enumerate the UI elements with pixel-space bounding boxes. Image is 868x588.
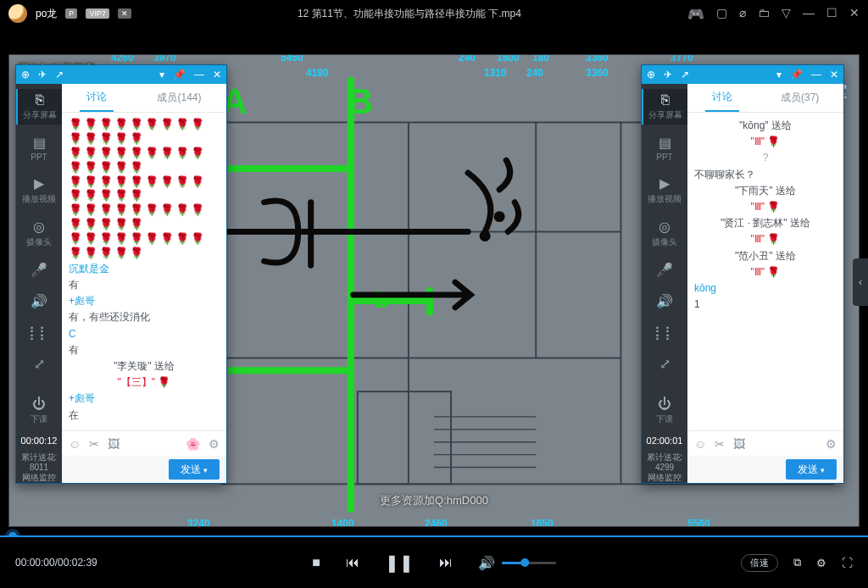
user-avatar[interactable]: [8, 4, 27, 23]
playback-speed-button[interactable]: 倍速: [741, 554, 778, 572]
prev-button[interactable]: ⏮: [346, 555, 359, 570]
image-icon[interactable]: 🖼: [733, 437, 745, 451]
msg-text: 有: [69, 342, 220, 358]
svg-text:B: B: [348, 82, 373, 122]
plane-icon[interactable]: ✈: [38, 69, 47, 80]
play-icon: ▶: [16, 175, 62, 191]
rail-ppt[interactable]: ▤PPT: [16, 131, 62, 165]
rail-ppt[interactable]: ▤PPT: [642, 131, 687, 165]
rail-expand[interactable]: ⤢: [16, 352, 62, 377]
panel-close-icon[interactable]: ✕: [213, 69, 221, 80]
gear-icon[interactable]: ⚙: [209, 437, 220, 451]
pin-icon[interactable]: ⊕: [21, 69, 30, 80]
msg-text: 有: [69, 277, 220, 293]
panel-min-icon[interactable]: —: [811, 69, 821, 80]
rail-equalizer[interactable]: ⡇⡇: [642, 321, 687, 346]
scissors-icon[interactable]: ✂: [715, 437, 725, 451]
image-icon[interactable]: 🖼: [108, 437, 120, 451]
msg-grey: ?: [694, 150, 837, 166]
svg-point-24: [497, 214, 502, 219]
emoji-icon[interactable]: ☺: [694, 437, 706, 451]
msg-text: 不聊聊家长？: [694, 167, 837, 183]
panel-min-icon[interactable]: —: [194, 69, 204, 80]
ppt-icon: ▤: [642, 135, 687, 151]
share-screen-icon: ⎘: [18, 92, 62, 108]
maximize-icon[interactable]: ☐: [826, 6, 837, 22]
stop-button[interactable]: ■: [312, 555, 320, 570]
equalizer-icon: ⡇⡇: [642, 325, 687, 341]
speaker-icon: 🔊: [642, 293, 687, 309]
pin-icon[interactable]: ⊕: [647, 69, 655, 80]
pin2-icon[interactable]: 📌: [790, 69, 803, 80]
fullscreen-icon[interactable]: ⛶: [842, 557, 853, 569]
send-button[interactable]: 发送: [169, 459, 220, 480]
settings-icon[interactable]: ⚙: [816, 557, 826, 569]
pin2-icon[interactable]: 📌: [173, 69, 186, 80]
plane-icon[interactable]: ✈: [664, 69, 672, 80]
microphone-icon: 🎤: [642, 262, 687, 278]
filter-icon[interactable]: ▽: [782, 6, 791, 22]
tab-members[interactable]: 成员(37): [774, 84, 826, 112]
rail-end-class[interactable]: ⏻下课: [642, 393, 687, 429]
rail-speaker[interactable]: 🔊: [16, 290, 62, 314]
chat-main: 讨论 成员(37) "kōng" 送给"Ⅲ" 🌹 ? 不聊聊家长？ "下雨天" …: [687, 84, 843, 483]
ppt-icon: ▤: [16, 135, 62, 151]
msg-user: +彪哥: [69, 293, 220, 309]
power-icon: ⏻: [642, 397, 687, 412]
tab-members[interactable]: 成员(144): [150, 84, 208, 112]
panel-close-icon[interactable]: ✕: [830, 69, 838, 80]
rail-timer: 02:00:01: [647, 435, 683, 446]
chat-header[interactable]: ⊕✈↗ ▾📌—✕: [16, 65, 226, 84]
rail-share-screen[interactable]: ⎘分享屏幕: [16, 89, 62, 125]
microphone-icon: 🎤: [16, 262, 62, 278]
volume-control[interactable]: 🔊: [478, 555, 556, 571]
rail-expand[interactable]: ⤢: [642, 352, 687, 377]
rail-share-screen[interactable]: ⎘分享屏幕: [642, 89, 687, 125]
share-icon[interactable]: ↗: [681, 69, 689, 80]
rail-play-video[interactable]: ▶播放视频: [16, 172, 62, 208]
badge-p: P: [65, 8, 77, 19]
svg-point-23: [482, 233, 487, 238]
rail-mic[interactable]: 🎤: [16, 258, 62, 283]
svg-text:b: b: [375, 286, 389, 313]
menu-caret-icon[interactable]: ▾: [776, 69, 782, 80]
volume-slider[interactable]: [502, 562, 556, 564]
folder-icon[interactable]: 🗀: [758, 6, 770, 22]
scissors-icon[interactable]: ✂: [89, 437, 99, 451]
rail-end-class[interactable]: ⏻下课: [16, 393, 62, 429]
window-icon[interactable]: ▢: [716, 6, 727, 22]
close-icon[interactable]: ✕: [849, 6, 860, 22]
rail-play-video[interactable]: ▶播放视频: [642, 172, 687, 208]
rail-speaker[interactable]: 🔊: [642, 290, 687, 314]
chat-header[interactable]: ⊕✈↗ ▾📌—✕: [642, 65, 843, 84]
play-pause-button[interactable]: ❚❚: [385, 552, 414, 573]
next-button[interactable]: ⏭: [439, 555, 453, 570]
volume-icon[interactable]: 🔊: [478, 555, 495, 571]
rail-mic[interactable]: 🎤: [642, 258, 687, 283]
chat-feed[interactable]: 🌹🌹🌹🌹🌹🌹🌹🌹🌹🌹🌹🌹🌹🌹🌹🌹🌹🌹🌹🌹🌹🌹🌹🌹🌹🌹🌹🌹 🌹🌹🌹🌹🌹🌹🌹🌹🌹🌹🌹…: [62, 113, 226, 430]
rail-equalizer[interactable]: ⡇⡇: [16, 321, 62, 346]
send-button[interactable]: 发送: [786, 459, 837, 480]
gear-icon[interactable]: ⚙: [826, 437, 837, 451]
share-icon[interactable]: ↗: [55, 69, 64, 80]
menu-caret-icon[interactable]: ▾: [159, 69, 164, 80]
chat-feed[interactable]: "kōng" 送给"Ⅲ" 🌹 ? 不聊聊家长？ "下雨天" 送给"Ⅲ" 🌹 "贤…: [687, 113, 843, 430]
minimize-icon[interactable]: —: [803, 6, 815, 22]
rail-camera[interactable]: ◎摄像头: [16, 215, 62, 252]
badge-close-small[interactable]: ✕: [118, 8, 131, 19]
app-titlebar: po龙 P VIP7 ✕ 12 第11节、功能串接功能与路径串接功能 下.mp4…: [0, 0, 868, 27]
msg-text: 1: [694, 297, 837, 313]
camera-icon: ◎: [642, 219, 687, 235]
flower-send-icon[interactable]: 🌸: [186, 437, 200, 451]
mute-icon[interactable]: ⌀: [739, 6, 746, 22]
msg-user: +彪哥: [69, 391, 220, 407]
msg-user: 沉默是金: [69, 261, 220, 277]
gamepad-icon[interactable]: 🎮: [687, 6, 704, 22]
tab-discuss[interactable]: 讨论: [705, 84, 739, 112]
tab-discuss[interactable]: 讨论: [80, 84, 114, 112]
pip-icon[interactable]: ⧉: [793, 556, 801, 569]
rail-camera[interactable]: ◎摄像头: [642, 215, 687, 252]
gift-line: "范小丑" 送给"Ⅲ" 🌹: [694, 248, 837, 280]
emoji-icon[interactable]: ☺: [69, 437, 81, 451]
side-collapse-handle[interactable]: ‹: [853, 258, 868, 306]
